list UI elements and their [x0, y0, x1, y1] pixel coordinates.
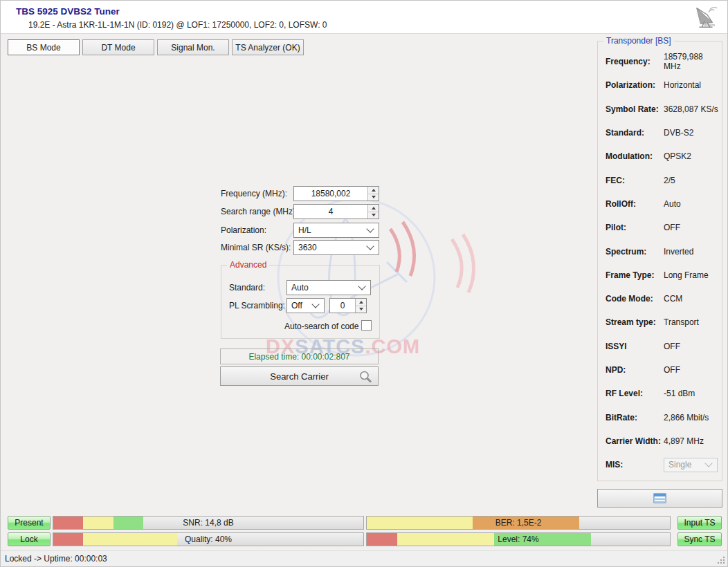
chevron-down-icon: [704, 460, 712, 467]
frequency-input[interactable]: 18580,002: [293, 186, 379, 201]
pl-code-input[interactable]: 0: [329, 298, 367, 313]
transponder-row-mis: MIS: Single: [598, 453, 722, 476]
search-range-value: 4: [294, 207, 367, 216]
spin-up-icon[interactable]: [368, 205, 379, 212]
spin-up-icon[interactable]: [356, 299, 366, 306]
transponder-row: Code Mode:CCM: [598, 287, 722, 310]
statusbar: Locked -> Uptime: 00:00:03: [1, 550, 727, 566]
transponder-row: Standard:DVB-S2: [598, 121, 722, 145]
transponder-row: Polarization:Horizontal: [598, 73, 722, 97]
transponder-list-button[interactable]: [597, 489, 722, 508]
transponder-row: Frame Type:Long Frame: [598, 263, 722, 287]
advanced-group-title: Advanced: [227, 260, 269, 270]
satellite-info-subtitle: 19.2E - Astra 1KR-1L-1M-1N (ID: 0192) @ …: [28, 20, 327, 30]
tab-ts-analyzer[interactable]: TS Analyzer (OK): [232, 39, 304, 55]
tuner-window: DXSATCS.COM TBS 5925 DVBS2 Tuner 19.2E -…: [0, 0, 728, 567]
polarization-label: Polarization:: [221, 225, 266, 235]
transponder-row: RF Level:-51 dBm: [598, 382, 722, 405]
chevron-down-icon: [366, 225, 374, 232]
transponder-row: Symbol Rate:3628,087 KS/s: [598, 97, 722, 121]
minimal-sr-label: Minimal SR (KS/s):: [221, 243, 291, 252]
mis-value: Single: [664, 460, 706, 470]
pl-code-spinner: [355, 299, 366, 313]
auto-search-checkbox[interactable]: [361, 320, 372, 331]
polarization-value: H/L: [294, 225, 367, 235]
standard-select[interactable]: Auto: [286, 280, 371, 295]
transponder-list-icon: [653, 493, 667, 504]
lock-indicator: Lock: [8, 532, 51, 546]
transponder-row: Modulation:QPSK2: [598, 145, 722, 168]
search-carrier-label: Search Carrier: [270, 371, 329, 382]
frequency-spinner: [367, 187, 379, 201]
statusbar-text: Locked -> Uptime: 00:00:03: [5, 554, 107, 564]
app-title: TBS 5925 DVBS2 Tuner: [16, 6, 120, 17]
chevron-down-icon: [311, 300, 319, 308]
quality-meter: Quality: 40%: [53, 532, 364, 546]
mis-label: MIS:: [606, 460, 664, 470]
sync-ts-indicator: Sync TS: [677, 532, 722, 546]
elapsed-time-text: Elapsed time: 00:00:02:807: [248, 352, 349, 362]
pl-code-value: 0: [330, 301, 355, 310]
transponder-row: NPD:OFF: [598, 358, 722, 382]
pl-scrambling-select[interactable]: Off: [286, 298, 325, 313]
level-meter-text: Level: 74%: [367, 533, 670, 546]
transponder-row: Pilot:OFF: [598, 216, 722, 239]
header: TBS 5925 DVBS2 Tuner 19.2E - Astra 1KR-1…: [1, 1, 727, 34]
frequency-label: Frequency (MHz):: [221, 189, 287, 198]
search-range-input[interactable]: 4: [293, 204, 379, 219]
snr-meter-text: SNR: 14,8 dB: [53, 517, 363, 529]
transponder-panel: Transponder [BS] Frequency:18579,988 MHz…: [597, 41, 722, 481]
standard-label: Standard:: [229, 283, 265, 292]
transponder-row: Spectrum:Inverted: [598, 239, 722, 263]
standard-value: Auto: [287, 283, 359, 292]
polarization-select[interactable]: H/L: [293, 223, 379, 238]
snr-meter: SNR: 14,8 dB: [53, 516, 364, 530]
transponder-row: ISSYIOFF: [598, 335, 722, 358]
satellite-dish-icon: dxsatcs: [693, 5, 719, 30]
search-range-spinner: [367, 205, 379, 219]
spin-up-icon[interactable]: [368, 187, 379, 194]
mis-select: Single: [664, 458, 718, 472]
frequency-value: 18580,002: [294, 189, 367, 198]
minimal-sr-select[interactable]: 3630: [293, 240, 379, 255]
transponder-row: FEC:2/5: [598, 168, 722, 192]
tab-dt-mode[interactable]: DT Mode: [82, 39, 154, 55]
transponder-row: Frequency:18579,988 MHz: [598, 50, 722, 73]
svg-text:dxsatcs: dxsatcs: [704, 24, 716, 27]
quality-meter-text: Quality: 40%: [53, 533, 363, 546]
spin-down-icon[interactable]: [356, 306, 366, 313]
chevron-down-icon: [358, 282, 365, 290]
ber-meter: BER: 1,5E-2: [366, 516, 671, 530]
mode-tabs: BS Mode DT Mode Signal Mon. TS Analyzer …: [8, 39, 304, 55]
spin-down-icon[interactable]: [368, 194, 379, 201]
transponder-row: Carrier Width:4,897 MHz: [598, 429, 722, 453]
search-range-label: Search range (MHz):: [221, 207, 298, 216]
search-carrier-button[interactable]: Search Carrier: [220, 366, 379, 386]
transponder-row: Stream type:Transport: [598, 310, 722, 334]
transponder-row: RollOff:Auto: [598, 192, 722, 216]
present-indicator: Present: [8, 516, 51, 530]
auto-search-label: Auto-search of code: [284, 322, 358, 331]
ber-meter-text: BER: 1,5E-2: [367, 517, 670, 529]
resize-grip[interactable]: [716, 555, 726, 565]
tab-bs-mode[interactable]: BS Mode: [8, 39, 80, 55]
magnifier-icon: [358, 370, 372, 384]
pl-scrambling-value: Off: [287, 301, 313, 310]
level-meter: Level: 74%: [366, 532, 671, 546]
transponder-rows: Frequency:18579,988 MHz Polarization:Hor…: [598, 50, 722, 476]
input-ts-indicator: Input TS: [677, 516, 722, 530]
transponder-row: BitRate:2,866 Mbit/s: [598, 405, 722, 429]
tab-signal-mon[interactable]: Signal Mon.: [157, 39, 229, 55]
spin-down-icon[interactable]: [368, 212, 379, 219]
chevron-down-icon: [366, 242, 374, 250]
transponder-panel-title: Transponder [BS]: [603, 36, 674, 46]
elapsed-time-box: Elapsed time: 00:00:02:807: [220, 348, 379, 364]
minimal-sr-value: 3630: [294, 243, 367, 252]
pl-scrambling-label: PL Scrambling:: [229, 301, 285, 310]
